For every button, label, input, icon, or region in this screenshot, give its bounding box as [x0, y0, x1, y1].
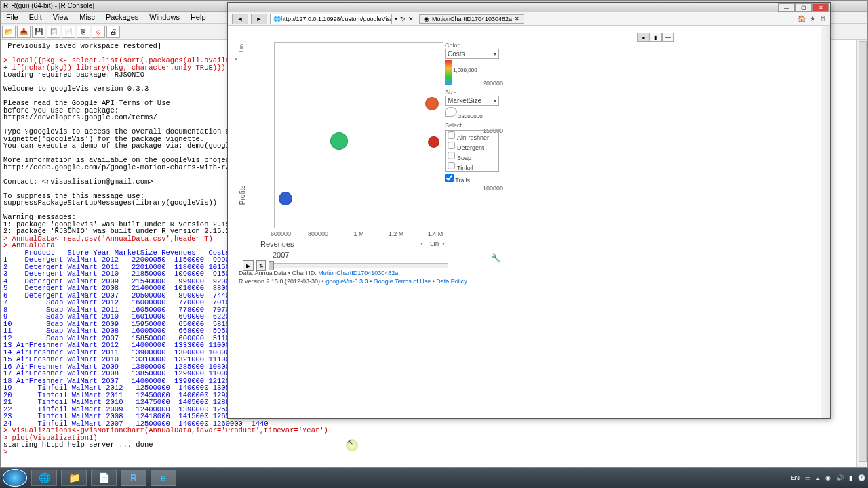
bar-mode-icon[interactable]: ▮ [650, 33, 662, 42]
chevron-down-icon: ▾ [494, 51, 496, 57]
x-tick: 1 M [353, 230, 363, 237]
toolbar-copypaste-icon[interactable]: ⎘ [77, 26, 90, 38]
timeline-knob[interactable] [269, 261, 274, 270]
taskbar-notepad-icon[interactable]: 📄 [91, 470, 117, 486]
x-axis-label[interactable]: Revenues [260, 240, 294, 248]
globe-icon: 🌐 [273, 16, 281, 22]
refresh-icon[interactable]: ↻ [400, 16, 406, 22]
bubble-mode-icon[interactable]: ● [637, 33, 650, 42]
url-text: http://127.0.0.1:10998/custom/googleVis/… [281, 16, 392, 22]
menu-windows[interactable]: Windows [144, 12, 185, 23]
meta-gv-link[interactable]: googleVis-0.3.3 [326, 278, 368, 285]
y-scale-chevron-icon[interactable]: ▸ [235, 56, 237, 62]
settings-wrench-icon[interactable]: 🔧 [491, 253, 501, 263]
url-field[interactable]: 🌐 http://127.0.0.1:10998/custom/googleVi… [270, 14, 392, 24]
timeline: 2007 ▶ ⇅ [239, 251, 449, 271]
taskbar-r-icon[interactable]: R [121, 470, 146, 486]
select-detergent[interactable]: Detergent [446, 141, 498, 151]
start-button[interactable] [3, 469, 27, 487]
meta-data-label: Data: AnnualData • Chart ID: [239, 270, 318, 277]
menu-edit[interactable]: Edit [24, 12, 47, 23]
home-icon[interactable]: 🏠 [797, 15, 806, 22]
tray-network-icon[interactable]: ◉ [825, 474, 831, 481]
taskbar-ie-icon[interactable]: e [151, 470, 176, 486]
x-scale-label[interactable]: Lin [430, 240, 439, 247]
toolbar-copy-icon[interactable]: 📋 [47, 26, 60, 38]
color-dropdown[interactable]: Costs▾ [445, 49, 499, 59]
meta-policy-link[interactable]: Data Policy [436, 278, 467, 285]
toolbar-load-icon[interactable]: 📥 [17, 26, 31, 38]
minimize-icon[interactable]: — [778, 3, 795, 12]
toolbar-open-icon[interactable]: 📂 [2, 26, 16, 38]
color-gradient-icon [445, 60, 452, 85]
select-soap[interactable]: Soap [446, 151, 498, 161]
color-max-label: 1,000,000 [453, 67, 477, 73]
bubble-detergent[interactable] [330, 132, 348, 150]
trails-checkbox[interactable]: Trails [445, 174, 499, 184]
dropdown-icon[interactable]: ▾ [395, 16, 397, 22]
chart-sidebar: Color Costs▾ 1,000,000 Size MarketSize▾ … [445, 39, 499, 184]
chart-meta: Data: AnnualData • Chart ID: MotionChart… [239, 270, 467, 285]
maximize-icon[interactable]: ▢ [795, 3, 812, 12]
toolbar-print-icon[interactable]: 🖨 [106, 26, 120, 38]
menu-view[interactable]: View [47, 12, 75, 23]
browser-window: — ▢ ✕ ◄ ► 🌐 http://127.0.0.1:10998/custo… [227, 2, 831, 419]
menu-packages[interactable]: Packages [100, 12, 144, 23]
browser-titlebar: — ▢ ✕ [228, 3, 830, 12]
x-axis-chevron-icon[interactable]: ▾ [420, 241, 423, 247]
timeline-track[interactable] [269, 263, 448, 268]
r-scrollbar-thumb[interactable] [859, 41, 867, 462]
tools-icon[interactable]: ⚙ [820, 15, 826, 22]
tray-clock-icon[interactable]: 🕐 [858, 474, 865, 481]
meta-rversion: R version 2.15.0 (2012-03-30) • [239, 278, 326, 285]
y-tick: 100000 [476, 185, 503, 192]
tray-lang[interactable]: EN [791, 474, 800, 481]
line-mode-icon[interactable]: ⁓ [662, 33, 674, 42]
tray-battery-icon[interactable]: ▮ [849, 474, 852, 481]
tab-motionchart[interactable]: ◉ MotionChartID17041030482a ✕ [419, 14, 524, 24]
tab-close-icon[interactable]: ✕ [515, 16, 519, 22]
menu-help[interactable]: Help [185, 12, 212, 23]
taskbar-chrome-icon[interactable]: 🌐 [31, 470, 57, 486]
select-tinfoil[interactable]: Tinfoil [446, 161, 498, 171]
bubble-airfreshner[interactable] [425, 97, 439, 110]
size-dropdown[interactable]: MarketSize▾ [445, 96, 499, 106]
toolbar-save-icon[interactable]: 💾 [32, 26, 45, 38]
bubble-soap[interactable] [279, 192, 292, 205]
bubble-tinfoil[interactable] [428, 136, 439, 148]
close-icon[interactable]: ✕ [812, 3, 829, 12]
tray-volume-icon[interactable]: 🔊 [836, 474, 844, 481]
y-axis-label: Profits [239, 186, 246, 205]
size-legend-icon [445, 107, 457, 117]
tray-flag-icon[interactable]: ▭ [805, 474, 811, 481]
tray-chevron-icon[interactable]: ▴ [816, 474, 820, 481]
menu-misc[interactable]: Misc [74, 12, 100, 23]
mouse-cursor-icon [346, 439, 358, 451]
browser-scrollbar[interactable] [821, 26, 830, 418]
r-scrollbar[interactable] [856, 40, 867, 467]
toolbar-stop-icon[interactable]: ⦸ [92, 26, 105, 38]
x-tick: 800000 [308, 230, 328, 237]
toolbar-paste-icon[interactable]: 📄 [62, 26, 75, 38]
forward-icon[interactable]: ► [251, 14, 267, 24]
select-box: AirFreshner Detergent Soap Tinfoil [445, 130, 499, 172]
size-max-label: 23000000 [458, 113, 483, 119]
meta-chartid-link[interactable]: MotionChartID17041030482a [318, 270, 398, 277]
taskbar-explorer-icon[interactable]: 📁 [61, 470, 87, 486]
favorites-icon[interactable]: ★ [810, 15, 816, 22]
system-tray[interactable]: EN ▭ ▴ ◉ 🔊 ▮ 🕐 [791, 474, 865, 481]
stop-icon[interactable]: ✕ [408, 16, 414, 22]
windows-taskbar: 🌐 📁 📄 R e EN ▭ ▴ ◉ 🔊 ▮ 🕐 [0, 468, 868, 488]
x-scale-chevron-icon[interactable]: ▾ [442, 241, 445, 247]
chart-plot-area[interactable] [274, 42, 443, 228]
chart-mode-switcher: ● ▮ ⁓ [637, 33, 674, 42]
back-icon[interactable]: ◄ [232, 14, 248, 24]
tab-title: MotionChartID17041030482a [432, 16, 512, 22]
r-window-title: R(gui) (64-bit) - [R Console] [11, 2, 94, 9]
browser-content: ● ▮ ⁓ Lin ▸ Profits 200000 150000 100000… [228, 26, 830, 418]
meta-terms-link[interactable]: Google Terms of Use [374, 278, 431, 285]
menu-file[interactable]: File [1, 12, 24, 23]
y-scale-label[interactable]: Lin [238, 44, 245, 52]
x-tick: 1.4 M [428, 230, 443, 237]
select-airfreshner[interactable]: AirFreshner [446, 131, 498, 141]
